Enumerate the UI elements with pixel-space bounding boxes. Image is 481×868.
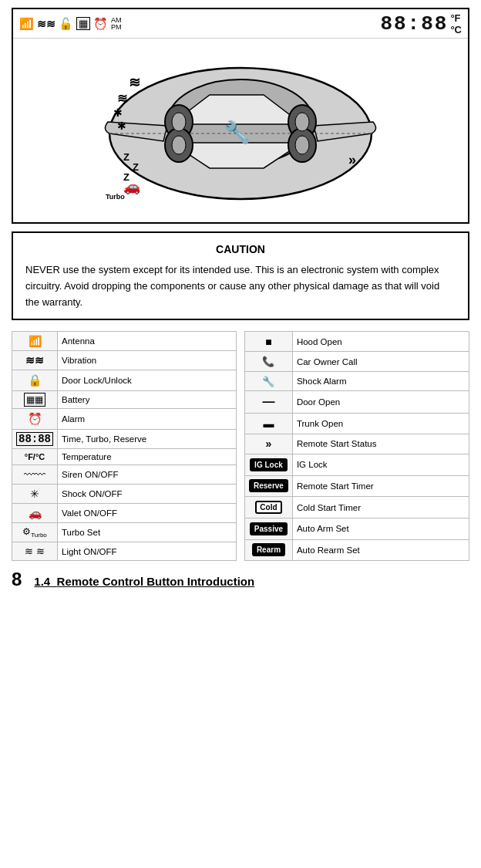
dooropen-sym: — bbox=[262, 395, 274, 408]
icon-cell: ■ bbox=[245, 331, 293, 352]
alarm-sym: ⏰ bbox=[28, 412, 42, 425]
table-row: 🔧 Shock Alarm bbox=[245, 371, 469, 390]
table-row: — Door Open bbox=[245, 391, 469, 414]
label-cell: Antenna bbox=[58, 331, 237, 350]
label-cell: Shock ON/OFF bbox=[58, 484, 237, 503]
cold-btn-icon: Cold bbox=[255, 501, 281, 514]
car-svg: 🔧 ≋ ≋ Z Z Z » ✱ ✱ 🚗 Turbo bbox=[94, 56, 387, 207]
alarm-icon: ⏰ bbox=[93, 17, 108, 31]
trunk-sym: ▬ bbox=[263, 417, 274, 430]
table-row: 88:88 Time, Turbo, Reserve bbox=[12, 429, 237, 448]
svg-point-8 bbox=[295, 113, 309, 131]
icon-cell: IG Lock bbox=[245, 454, 293, 476]
rearm-btn-icon: Rearm bbox=[252, 543, 285, 556]
svg-text:✱: ✱ bbox=[113, 106, 123, 119]
icon-cell: Cold bbox=[245, 497, 293, 518]
carowner-sym: 📞 bbox=[262, 356, 274, 367]
table-row: ⚙Turbo Turbo Set bbox=[12, 522, 237, 542]
table-row: ▬ Trunk Open bbox=[245, 413, 469, 434]
label-cell: Door Lock/Unlock bbox=[58, 370, 237, 390]
iglock-btn-icon: IG Lock bbox=[250, 458, 288, 471]
shockalarm-sym: 🔧 bbox=[262, 376, 274, 387]
valet-sym: 🚗 bbox=[29, 507, 42, 519]
icon-cell: ≋ ≋ bbox=[12, 542, 58, 561]
icon-cell: ▬ bbox=[245, 413, 293, 434]
icon-cell: ▦▦ bbox=[12, 390, 58, 408]
svg-text:Turbo: Turbo bbox=[106, 193, 125, 201]
table-row: Passive Auto Arm Set bbox=[245, 518, 469, 539]
icon-cell: °F/°C bbox=[12, 448, 58, 464]
icon-cell: 📞 bbox=[245, 352, 293, 371]
table-row: Cold Cold Start Timer bbox=[245, 497, 469, 518]
icon-cell: 🔒 bbox=[12, 370, 58, 390]
page-footer: 8 1.4 Remote Control Button Introduction bbox=[12, 569, 469, 590]
icon-cell: » bbox=[245, 434, 293, 454]
table-row: 🔒 Door Lock/Unlock bbox=[12, 370, 237, 390]
svg-text:≋: ≋ bbox=[129, 75, 140, 90]
digital-sym: 88:88 bbox=[16, 432, 53, 446]
svg-point-10 bbox=[295, 136, 309, 154]
left-icon-table: 📶 Antenna ≋≋ Vibration 🔒 Door Lock/Unloc… bbox=[12, 331, 237, 561]
label-cell: Turbo Set bbox=[58, 522, 237, 542]
table-row: ⏰ Alarm bbox=[12, 408, 237, 429]
svg-text:≋: ≋ bbox=[117, 92, 127, 105]
table-row: ■ Hood Open bbox=[245, 331, 469, 352]
reserve-btn-icon: Reserve bbox=[249, 479, 288, 492]
svg-text:Z: Z bbox=[123, 151, 130, 163]
icon-cell: 📶 bbox=[12, 331, 58, 350]
icon-cell: ⚙Turbo bbox=[12, 522, 58, 542]
label-cell: Hood Open bbox=[292, 331, 469, 352]
digital-time-display: 88:88 bbox=[380, 12, 448, 35]
svg-text:Z: Z bbox=[133, 161, 139, 173]
label-cell: IG Lock bbox=[292, 454, 469, 476]
label-cell: Trunk Open bbox=[292, 413, 469, 434]
svg-text:✱: ✱ bbox=[117, 120, 126, 132]
svg-text:🚗: 🚗 bbox=[123, 178, 141, 195]
table-row: ▦▦ Battery bbox=[12, 390, 237, 408]
table-row: 📶 Antenna bbox=[12, 331, 237, 350]
label-cell: Auto Arm Set bbox=[292, 518, 469, 539]
caution-title: CAUTION bbox=[25, 241, 456, 258]
caution-box: CAUTION NEVER use the system except for … bbox=[12, 231, 469, 320]
section-name: Remote Control Button Introduction bbox=[57, 575, 255, 588]
caution-text: NEVER use the system except for its inte… bbox=[25, 262, 456, 310]
label-cell: Temperature bbox=[58, 448, 237, 464]
table-row: Rearm Auto Rearm Set bbox=[245, 539, 469, 561]
light-sym: ≋ ≋ bbox=[25, 545, 45, 557]
car-illustration: 🔧 ≋ ≋ Z Z Z » ✱ ✱ 🚗 Turbo bbox=[13, 39, 468, 224]
label-cell: Alarm bbox=[58, 408, 237, 429]
battery-icon: ▦ bbox=[76, 17, 90, 30]
doorlock-sym: 🔒 bbox=[28, 373, 42, 387]
label-cell: Light ON/OFF bbox=[58, 542, 237, 561]
label-cell: Remote Start Status bbox=[292, 434, 469, 454]
status-bar: 📶 ≋≋ 🔓 ▦ ⏰ AMPM 88:88 °F°C bbox=[13, 9, 468, 39]
svg-point-9 bbox=[172, 136, 186, 154]
lock-icon: 🔓 bbox=[59, 17, 73, 31]
table-row: ≋ ≋ Light ON/OFF bbox=[12, 542, 237, 561]
right-icon-table: ■ Hood Open 📞 Car Owner Call 🔧 Shock Ala… bbox=[244, 331, 469, 561]
shock-sym: ✳ bbox=[30, 488, 39, 500]
vibration-icon: ≋≋ bbox=[37, 18, 56, 30]
svg-text:🔧: 🔧 bbox=[224, 120, 251, 145]
page-number: 8 bbox=[12, 569, 22, 590]
antenna-sym: 📶 bbox=[29, 335, 42, 347]
remotestatus-sym: » bbox=[266, 437, 272, 450]
ampm-icon: AMPM bbox=[111, 17, 122, 31]
label-cell: Siren ON/OFF bbox=[58, 464, 237, 484]
label-cell: Time, Turbo, Reserve bbox=[58, 429, 237, 448]
icon-cell: Reserve bbox=[245, 475, 293, 497]
icon-tables: 📶 Antenna ≋≋ Vibration 🔒 Door Lock/Unloc… bbox=[12, 331, 469, 561]
svg-point-7 bbox=[172, 113, 186, 131]
icon-cell: ⏰ bbox=[12, 408, 58, 429]
vibration-sym: ≋≋ bbox=[25, 354, 44, 366]
icon-cell: 🔧 bbox=[245, 371, 293, 390]
label-cell: Cold Start Timer bbox=[292, 497, 469, 518]
passive-btn-icon: Passive bbox=[250, 522, 288, 535]
siren-sym: 〰〰 bbox=[24, 468, 45, 481]
status-icons: 📶 ≋≋ 🔓 ▦ ⏰ AMPM bbox=[19, 17, 380, 31]
svg-text:»: » bbox=[348, 152, 356, 167]
icon-cell: ✳ bbox=[12, 484, 58, 503]
table-row: IG Lock IG Lock bbox=[245, 454, 469, 476]
label-cell: Auto Rearm Set bbox=[292, 539, 469, 561]
battery-sym: ▦▦ bbox=[24, 393, 45, 407]
